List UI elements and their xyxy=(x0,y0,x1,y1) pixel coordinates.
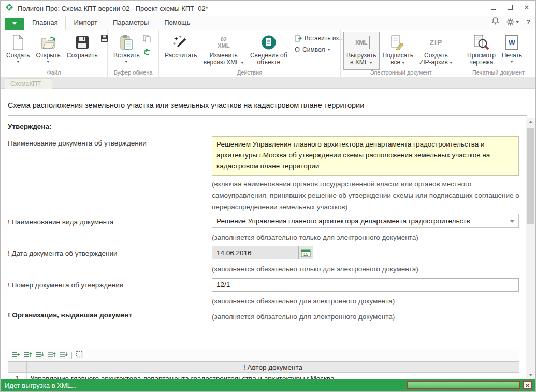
group-label-clipboard: Буфер обмена xyxy=(108,69,158,76)
organization-label: ! Организация, выдавшая документ xyxy=(8,311,132,319)
doc-date-field[interactable]: 14.06.2016 15 xyxy=(212,246,313,259)
chevron-down-icon xyxy=(47,61,50,63)
calendar-button[interactable]: 15 xyxy=(298,246,313,259)
create-zip-button[interactable]: ZIP Создать ZIP-архив xyxy=(416,32,456,70)
tab-pomoshch[interactable]: Помощь xyxy=(156,16,198,30)
doc-kind-note: (заполняется обязательно только для элек… xyxy=(212,232,521,243)
group-label-actions: Действия xyxy=(159,69,340,76)
group-label-edoc: Электронный документ xyxy=(341,69,461,76)
version-badge-top: 02 xyxy=(221,36,227,42)
doc-name-textarea[interactable]: Решением Управления главного архитектора… xyxy=(212,136,519,176)
version-badge-bottom: XML xyxy=(218,42,229,49)
progress-fill xyxy=(408,382,519,388)
create-zip-line2: ZIP-архив xyxy=(419,59,448,66)
insert-row-before-icon[interactable] xyxy=(24,351,32,360)
form-title: Схема расположения земельного участка ил… xyxy=(8,101,364,109)
scroll-up-button[interactable] xyxy=(526,118,535,126)
app-window: Полигон Про: Схема КПТ версии 02 - Проек… xyxy=(0,0,536,392)
scrollbar-thumb[interactable] xyxy=(527,128,534,224)
move-row-up-icon[interactable] xyxy=(48,351,56,360)
symbol-label: Символ xyxy=(302,46,325,53)
scroll-down-icon xyxy=(529,374,533,376)
calculate-button[interactable]: Рассчитать xyxy=(162,32,200,70)
paste-button[interactable]: Вставить xyxy=(110,32,143,70)
print-button[interactable]: W Печать xyxy=(499,32,525,70)
xml-version-badge-icon: 02XML xyxy=(218,34,229,51)
close-button[interactable]: ✕ xyxy=(523,4,530,11)
chevron-down-icon xyxy=(17,61,20,63)
change-xml-version-button[interactable]: 02XML Изменить версию XML xyxy=(200,32,247,70)
undo-icon[interactable] xyxy=(143,48,151,57)
chevron-down-icon xyxy=(327,49,330,51)
group-label-file: Файл xyxy=(1,69,107,76)
export-xml-line2: в XML xyxy=(350,59,368,66)
chevron-down-icon xyxy=(510,61,513,63)
scroll-up-icon xyxy=(529,121,533,123)
ribbon: Создать Открыть Сохранить xyxy=(1,30,535,77)
chevron-down-icon xyxy=(241,62,244,64)
doc-kind-combobox[interactable]: Решение Управления главного архитектора … xyxy=(212,214,519,228)
object-info-button[interactable]: Сведения об объекте xyxy=(247,32,291,70)
svg-text:15: 15 xyxy=(303,251,309,256)
expand-table-icon[interactable] xyxy=(76,351,83,360)
change-xml-version-line2: версию XML xyxy=(204,59,239,66)
author-column-header: ! Автор документа xyxy=(27,362,519,372)
status-text: Идет выгрузка в XML... xyxy=(5,382,77,389)
chevron-down-icon xyxy=(125,61,128,63)
document-tab-strip: СхемаКПТ xyxy=(1,77,535,89)
doc-kind-label: ! Наименование вида документа xyxy=(8,218,114,226)
doc-number-input[interactable]: 12/1 xyxy=(212,278,519,292)
doc-kind-value: Решение Управления главного архитектора … xyxy=(216,217,470,225)
table-toolbar xyxy=(8,349,519,361)
table-row[interactable]: 1 Управление главного архитектора департ… xyxy=(8,373,519,379)
app-menu-button[interactable] xyxy=(5,18,24,30)
new-document-icon xyxy=(12,34,24,51)
paste-button-label: Вставить xyxy=(113,52,140,59)
statusbar: Идет выгрузка в XML... ✕ xyxy=(1,379,535,391)
document-tab-schema-kpt[interactable]: СхемаКПТ xyxy=(5,78,52,89)
save-button[interactable]: Сохранить xyxy=(64,32,101,70)
xml-badge-text: XML xyxy=(353,36,370,49)
help-button[interactable]: ? xyxy=(526,18,530,26)
cancel-export-button[interactable]: ✕ xyxy=(523,381,532,389)
sign-all-line2: все xyxy=(390,59,400,66)
maximize-button[interactable] xyxy=(506,4,514,11)
insert-row-after-icon[interactable] xyxy=(36,351,44,360)
organization-note: (заполняется обязательно для электронног… xyxy=(212,311,521,323)
form-content: Схема расположения земельного участка ил… xyxy=(1,89,535,379)
export-xml-button[interactable]: XML Выгрузить в XML xyxy=(343,32,380,70)
copy-icon[interactable] xyxy=(143,35,151,45)
maximize-icon xyxy=(508,5,513,10)
calendar-icon: 15 xyxy=(301,249,311,257)
doc-date-value: 14.06.2016 xyxy=(212,249,298,257)
settings-gear-button[interactable] xyxy=(506,18,519,26)
symbol-button[interactable]: Ω Символ xyxy=(295,46,344,54)
add-row-icon[interactable] xyxy=(12,351,20,360)
preview-magnifier-icon xyxy=(473,34,489,51)
scroll-down-button[interactable] xyxy=(526,371,535,379)
author-cell[interactable]: Управление главного архитектора департам… xyxy=(27,373,519,379)
insert-from-button[interactable]: Вставить из... xyxy=(295,35,344,42)
insert-from-icon xyxy=(295,35,302,42)
sign-all-button[interactable]: Подписать все xyxy=(380,32,416,70)
tab-glavnaya[interactable]: Главная xyxy=(24,16,66,30)
tab-parametry[interactable]: Параметры xyxy=(105,16,156,30)
object-info-icon xyxy=(261,34,277,51)
create-button[interactable]: Создать xyxy=(3,32,33,70)
calculate-button-label: Рассчитать xyxy=(165,52,197,59)
drawing-preview-button[interactable]: Просмотр чертежа xyxy=(464,32,499,70)
move-row-down-icon[interactable] xyxy=(60,351,68,360)
magic-wand-icon xyxy=(173,34,189,51)
ribbon-tab-row: Главная Импорт Параметры Помощь ? xyxy=(1,16,535,30)
ribbon-group-edoc: XML Выгрузить в XML Подписать все ZIP Со… xyxy=(341,30,461,77)
minimize-button[interactable] xyxy=(490,4,497,11)
vertical-scrollbar[interactable] xyxy=(526,118,535,379)
notifications-bell-icon[interactable] xyxy=(491,17,499,27)
table-header-row: ! Автор документа xyxy=(8,361,519,373)
export-progress-bar xyxy=(407,381,520,389)
print-button-label: Печать xyxy=(502,52,522,59)
open-button[interactable]: Открыть xyxy=(33,32,64,70)
fields-top-divider xyxy=(212,120,527,120)
doc-name-note: (включая наименования органов государств… xyxy=(212,179,521,213)
tab-import[interactable]: Импорт xyxy=(66,16,105,30)
